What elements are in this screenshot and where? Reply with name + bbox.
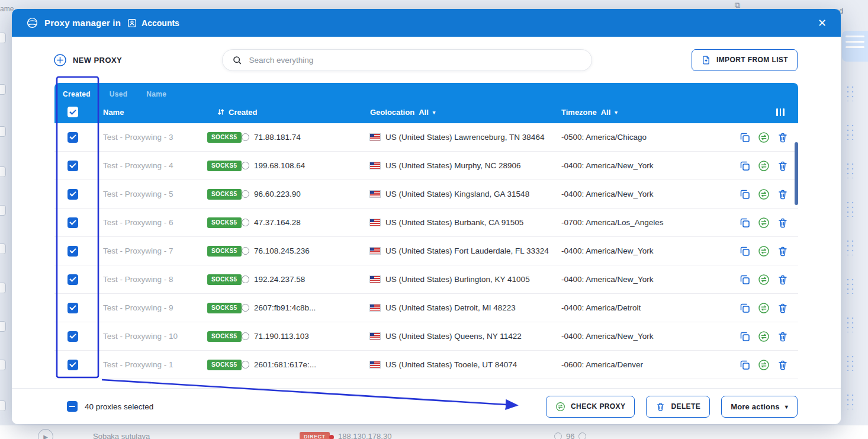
table-header: Created Used Name Name Created Geolocati… (54, 83, 798, 123)
check-proxy-icon[interactable] (758, 245, 770, 257)
us-flag-icon (370, 305, 380, 311)
row-checkbox[interactable] (67, 189, 78, 200)
proxy-name: Test - Proxywing - 4 (103, 161, 173, 170)
copy-icon[interactable] (739, 245, 751, 257)
proxy-geolocation: US (United States) Kingsland, GA 31548 (385, 190, 529, 198)
bg-count: 96 (566, 432, 574, 439)
row-checkbox[interactable] (67, 331, 78, 342)
columns-settings-icon[interactable] (763, 108, 798, 116)
check-proxy-icon[interactable] (758, 359, 770, 371)
bg-checkbox-fragment (0, 360, 6, 370)
table-row: Test - Proxywing - 9 SOCKS5 2607:fb91:4c… (54, 294, 798, 322)
more-actions-label: More actions (731, 402, 780, 411)
import-from-list-label: IMPORT FROM LIST (716, 56, 788, 64)
copy-icon[interactable] (739, 302, 751, 314)
close-icon[interactable]: ✕ (818, 18, 827, 28)
select-all-checkbox[interactable] (67, 107, 78, 117)
bg-circle-icon (578, 432, 586, 439)
table-row: Test - Proxywing - 8 SOCKS5 192.24.237.5… (54, 265, 798, 294)
row-checkbox[interactable] (67, 274, 78, 285)
bg-checkbox-fragment (0, 84, 6, 95)
bg-count-group: 96 (554, 432, 586, 439)
column-created[interactable]: Created (206, 108, 370, 117)
bg-dots-decoration (846, 354, 855, 371)
copy-icon[interactable] (739, 359, 751, 371)
row-checkbox[interactable] (67, 132, 78, 143)
copy-icon[interactable] (739, 331, 751, 342)
plus-circle-icon (53, 53, 67, 67)
bg-dots-decoration (846, 123, 855, 140)
delete-icon[interactable] (777, 188, 789, 200)
bg-card-fragment (842, 31, 868, 62)
check-proxy-button[interactable]: CHECK PROXY (546, 396, 635, 418)
selection-checkbox[interactable] (67, 401, 78, 412)
table-row: Test - Proxywing - 3 SOCKS5 71.88.181.74… (54, 123, 798, 152)
tab-created[interactable]: Created (63, 90, 91, 98)
us-flag-icon (370, 134, 380, 140)
check-proxy-icon[interactable] (758, 160, 770, 172)
check-proxy-icon[interactable] (758, 217, 770, 229)
delete-icon[interactable] (777, 245, 789, 257)
column-geolocation[interactable]: Geolocation All ▾ (370, 108, 561, 117)
us-flag-icon (370, 191, 380, 197)
bg-checkbox-fragment (0, 400, 6, 411)
search-icon (232, 55, 242, 65)
check-proxy-icon[interactable] (758, 302, 770, 314)
table-row: Test - Proxywing - 7 SOCKS5 76.108.245.2… (54, 237, 798, 265)
us-flag-icon (370, 333, 380, 339)
proxy-ip: 71.88.181.74 (254, 133, 301, 142)
delete-icon[interactable] (777, 359, 789, 371)
check-proxy-icon[interactable] (758, 188, 770, 200)
row-checkbox[interactable] (67, 246, 78, 257)
check-proxy-icon[interactable] (758, 132, 770, 143)
table-row: Test - Proxywing - 1 SOCKS5 2601:681:617… (54, 351, 798, 379)
proxy-status-icon (242, 247, 249, 255)
delete-icon[interactable] (777, 331, 789, 342)
bg-dots-decoration (846, 85, 855, 101)
column-timezone[interactable]: Timezone All ▾ (561, 108, 763, 117)
row-checkbox[interactable] (67, 217, 78, 228)
modal-title: Proxy manager in (44, 18, 121, 28)
new-proxy-label: NEW PROXY (73, 56, 122, 65)
geolocation-filter[interactable]: All (419, 108, 429, 117)
row-checkbox[interactable] (67, 303, 78, 313)
search-input[interactable] (249, 56, 582, 65)
new-proxy-button[interactable]: NEW PROXY (53, 53, 122, 67)
copy-icon[interactable] (739, 217, 751, 229)
check-proxy-icon[interactable] (758, 331, 770, 342)
import-from-list-button[interactable]: IMPORT FROM LIST (692, 49, 798, 71)
proxy-geolocation: US (United States) Lawrenceburg, TN 3846… (385, 133, 544, 142)
row-checkbox[interactable] (67, 161, 78, 171)
proxy-name: Test - Proxywing - 10 (103, 332, 178, 341)
delete-button[interactable]: DELETE (646, 396, 710, 418)
tab-name[interactable]: Name (146, 90, 166, 98)
delete-icon[interactable] (777, 132, 789, 143)
more-actions-button[interactable]: More actions ▾ (721, 396, 798, 418)
search-box (222, 49, 592, 71)
column-name[interactable]: Name (91, 108, 206, 117)
tab-used[interactable]: Used (110, 90, 128, 98)
delete-icon[interactable] (777, 160, 789, 172)
proxy-ip: 96.60.223.90 (254, 190, 301, 198)
copy-icon[interactable] (739, 160, 751, 172)
row-checkbox[interactable] (67, 360, 78, 370)
page: ame ned ⧉ ▶ Sobaka sutulaya DIRECT 188.1… (0, 0, 868, 439)
proxy-status-icon (242, 219, 249, 226)
delete-icon[interactable] (777, 302, 789, 314)
check-proxy-icon[interactable] (758, 274, 770, 286)
column-timezone-label: Timezone (561, 108, 597, 117)
table-scrollbar[interactable] (795, 142, 798, 205)
proxy-name: Test - Proxywing - 5 (103, 190, 173, 198)
bg-checkbox-fragment (0, 166, 6, 177)
column-geolocation-label: Geolocation (370, 108, 414, 117)
copy-icon[interactable] (739, 274, 751, 286)
play-icon: ▶ (38, 429, 53, 439)
proxy-timezone: -0500: America/Chicago (561, 133, 647, 142)
delete-icon[interactable] (777, 217, 789, 229)
timezone-filter[interactable]: All (601, 108, 611, 117)
bg-checkbox-fragment (0, 283, 6, 293)
delete-icon[interactable] (777, 274, 789, 286)
copy-icon[interactable] (739, 188, 751, 200)
proxy-status-icon (242, 304, 249, 312)
copy-icon[interactable] (739, 132, 751, 143)
